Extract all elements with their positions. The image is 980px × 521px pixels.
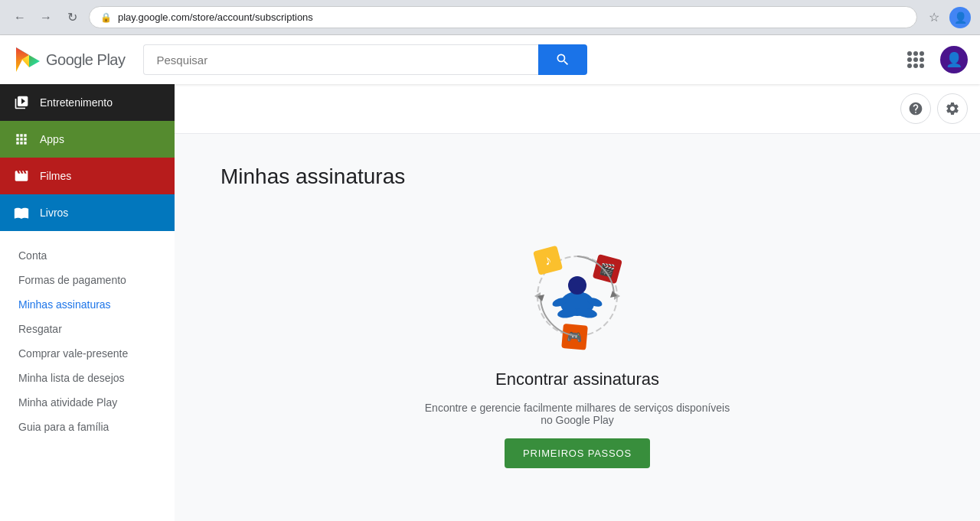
entertainment-label: Entretenimento — [40, 96, 113, 109]
address-bar[interactable]: 🔒 play.google.com/store/account/subscrip… — [89, 6, 917, 28]
sidebar-link-guia-familia[interactable]: Guia para a família — [0, 415, 175, 439]
sidebar-link-lista-desejos[interactable]: Minha lista de desejos — [0, 366, 175, 390]
entertainment-icon — [12, 93, 31, 112]
browser-chrome: ← → ↻ 🔒 play.google.com/store/account/su… — [0, 0, 980, 35]
help-button[interactable] — [900, 93, 931, 124]
header-right: 👤 — [900, 44, 968, 75]
empty-state-description: Encontre e gerencie facilmente milhares … — [424, 402, 730, 426]
apps-grid-button[interactable] — [900, 44, 931, 75]
sidebar-account: Conta Formas de pagamento Minhas assinat… — [0, 231, 175, 445]
sidebar-link-formas-pagamento[interactable]: Formas de pagamento — [0, 268, 175, 292]
search-input[interactable] — [143, 44, 538, 75]
content-header-actions — [175, 84, 980, 134]
browser-profile-avatar[interactable]: 👤 — [949, 7, 971, 28]
lock-icon: 🔒 — [100, 12, 112, 23]
svg-text:🎮: 🎮 — [567, 329, 583, 345]
browser-nav-controls: ← → ↻ — [9, 7, 83, 28]
illustration-svg: ♪ 🎬 🎮 — [516, 235, 639, 357]
user-avatar-button[interactable]: 👤 — [940, 46, 968, 73]
settings-button[interactable] — [937, 93, 968, 124]
filmes-icon — [12, 167, 31, 185]
main-layout: Entretenimento Apps Filmes — [0, 84, 980, 521]
back-button[interactable]: ← — [9, 7, 31, 28]
page-title: Minhas assinaturas — [220, 164, 405, 189]
nav-main: Entretenimento Apps Filmes — [0, 84, 175, 231]
sidebar-item-apps[interactable]: Apps — [0, 121, 175, 158]
search-bar — [143, 44, 587, 75]
apps-label: Apps — [40, 133, 64, 145]
sidebar-link-conta[interactable]: Conta — [0, 243, 175, 268]
content-area: Minhas assinaturas — [175, 134, 980, 521]
google-play-logo-icon — [12, 44, 43, 75]
sidebar-link-minhas-assinaturas[interactable]: Minhas assinaturas — [0, 292, 175, 317]
app-header: Google Play 👤 — [0, 35, 980, 84]
svg-point-14 — [568, 276, 586, 295]
search-icon — [555, 52, 570, 67]
get-started-button[interactable]: PRIMEIROS PASSOS — [505, 438, 650, 468]
sidebar-link-comprar-vale[interactable]: Comprar vale-presente — [0, 341, 175, 366]
forward-button[interactable]: → — [35, 7, 57, 28]
svg-marker-2 — [29, 55, 40, 67]
sidebar-item-filmes[interactable]: Filmes — [0, 158, 175, 194]
livros-icon — [12, 204, 31, 222]
logo-text: Google Play — [46, 51, 125, 69]
empty-state-title: Encontrar assinaturas — [495, 370, 659, 389]
settings-icon — [945, 101, 960, 116]
search-button[interactable] — [538, 44, 587, 75]
sidebar-link-resgatar[interactable]: Resgatar — [0, 317, 175, 341]
subscription-illustration: ♪ 🎬 🎮 — [516, 235, 639, 357]
sidebar-link-atividade[interactable]: Minha atividade Play — [0, 390, 175, 415]
url-text: play.google.com/store/account/subscripti… — [118, 11, 906, 23]
sidebar-item-entertainment[interactable]: Entretenimento — [0, 84, 175, 121]
help-icon — [908, 101, 923, 116]
sidebar-item-livros[interactable]: Livros — [0, 194, 175, 231]
filmes-label: Filmes — [40, 170, 71, 182]
main-content: Minhas assinaturas — [175, 84, 980, 521]
logo-area[interactable]: Google Play — [12, 44, 125, 75]
apps-icon — [12, 130, 31, 148]
reload-button[interactable]: ↻ — [61, 7, 83, 28]
bookmark-button[interactable]: ☆ — [923, 7, 945, 28]
sidebar: Entretenimento Apps Filmes — [0, 84, 175, 521]
grid-icon — [907, 51, 924, 68]
browser-actions: ☆ 👤 — [923, 7, 971, 28]
empty-state: ♪ 🎬 🎮 — [424, 235, 730, 468]
livros-label: Livros — [40, 207, 68, 219]
